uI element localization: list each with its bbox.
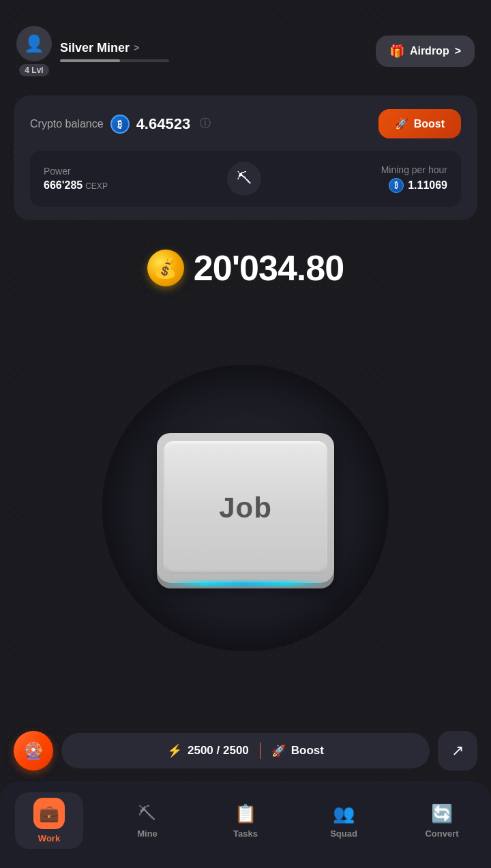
balance-label-row: Crypto balance ₿ 4.64523 ⓘ	[30, 115, 211, 134]
avatar-icon: 👤	[24, 34, 44, 53]
boost-icon: 🚀	[395, 117, 408, 130]
info-icon[interactable]: ⓘ	[200, 117, 211, 131]
main-counter: 💰 20'034.80	[0, 228, 491, 295]
nav-label-squad: Squad	[330, 828, 357, 839]
boost-button[interactable]: 🚀 Boost	[378, 109, 461, 138]
balance-label: Crypto balance	[30, 118, 104, 130]
balance-bottom: Power 666'285CEXP ⛏ Mining per hour ₿ 1.…	[30, 151, 461, 207]
avatar: 👤	[16, 26, 52, 61]
bottom-nav: 💼 Work ⛏ Mine 📋 Tasks 👥 Squad 🔄 Convert	[0, 781, 491, 868]
key-outer: Job	[157, 433, 334, 583]
mining-pick-icon: ⛏	[227, 162, 261, 196]
nav-item-work[interactable]: 💼 Work	[15, 792, 83, 849]
progress-bar-fill	[60, 59, 120, 62]
spin-icon: 🎡	[23, 741, 44, 760]
share-button[interactable]: ↗	[438, 731, 477, 770]
energy-boost-bar: ⚡ 2500 / 2500 🚀 Boost	[61, 733, 430, 768]
key-label: Job	[219, 492, 272, 524]
lightning-icon: ⚡	[167, 743, 182, 758]
btc-badge-sm: ₿	[389, 178, 404, 193]
dollar-sign: 💰	[153, 257, 177, 280]
nav-item-tasks[interactable]: 📋 Tasks	[211, 798, 280, 844]
nav-label-convert: Convert	[425, 828, 458, 839]
airdrop-icon: 🎁	[389, 44, 404, 59]
balance-top: Crypto balance ₿ 4.64523 ⓘ 🚀 Boost	[30, 109, 461, 138]
spin-button[interactable]: 🎡	[14, 731, 53, 770]
counter-value: 20'034.80	[194, 248, 344, 288]
bottom-action-bar: 🎡 ⚡ 2500 / 2500 🚀 Boost ↗	[0, 720, 491, 781]
boost-small-button[interactable]: 🚀 Boost	[271, 744, 324, 758]
energy-section: ⚡ 2500 / 2500	[167, 743, 249, 758]
nav-label-mine: Mine	[137, 828, 158, 839]
balance-amount: 4.64523	[136, 115, 191, 133]
nav-item-mine[interactable]: ⛏ Mine	[113, 798, 181, 844]
username[interactable]: Silver Miner >	[60, 41, 169, 55]
user-info: 👤 4 Lvl Silver Miner >	[16, 26, 169, 76]
balance-card: Crypto balance ₿ 4.64523 ⓘ 🚀 Boost Power…	[14, 95, 477, 220]
mining-section: Mining per hour ₿ 1.11069	[381, 164, 447, 193]
work-icon: 💼	[33, 798, 65, 829]
squad-icon: 👥	[333, 803, 355, 824]
power-section: Power 666'285CEXP	[44, 166, 108, 192]
job-circle[interactable]: Job	[102, 365, 389, 651]
progress-bar-container	[60, 59, 169, 62]
key-inner: Job	[164, 441, 327, 574]
key-glow	[164, 582, 327, 586]
mine-icon: ⛏	[138, 803, 156, 824]
tasks-icon: 📋	[235, 803, 256, 824]
boost-small-icon: 🚀	[271, 744, 286, 758]
airdrop-button[interactable]: 🎁 Airdrop >	[376, 35, 475, 67]
mining-value-row: ₿ 1.11069	[389, 178, 447, 193]
header: 👤 4 Lvl Silver Miner > 🎁 Airdrop >	[0, 0, 491, 87]
nav-item-squad[interactable]: 👥 Squad	[310, 798, 378, 844]
username-area: Silver Miner >	[60, 41, 169, 62]
mining-value: 1.11069	[408, 179, 447, 192]
job-key[interactable]: Job	[157, 426, 334, 590]
divider-bar	[260, 743, 261, 759]
coin-icon: 💰	[147, 250, 184, 286]
mining-label: Mining per hour	[381, 164, 447, 175]
power-label: Power	[44, 166, 108, 177]
nav-label-work: Work	[38, 833, 60, 843]
power-value: 666'285CEXP	[44, 179, 108, 192]
job-area: Job	[0, 295, 491, 720]
avatar-wrap: 👤 4 Lvl	[16, 26, 52, 76]
energy-text: 2500 / 2500	[188, 744, 249, 758]
level-badge: 4 Lvl	[19, 64, 48, 76]
convert-icon: 🔄	[431, 803, 453, 824]
nav-label-tasks: Tasks	[233, 828, 258, 839]
btc-badge: ₿	[110, 115, 130, 134]
share-icon: ↗	[451, 742, 464, 760]
username-chevron: >	[134, 42, 139, 53]
nav-item-convert[interactable]: 🔄 Convert	[408, 798, 476, 844]
